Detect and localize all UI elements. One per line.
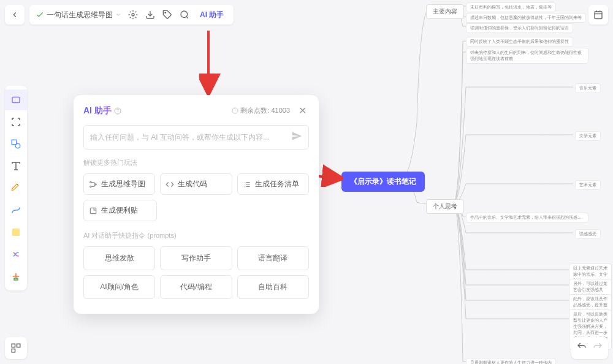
tool-pen[interactable] [5,178,27,199]
tool-mindmap[interactable] [5,244,27,265]
settings-icon[interactable] [128,9,139,20]
mindmap-leaf[interactable]: 钟表的停摆和人的生日的到来，使时间感和生命仍能很性很强烈地呈现在读者前前 [466,48,588,64]
undo-redo-bar [571,337,608,359]
prompt-diverge[interactable]: 思维发散 [83,246,155,270]
svg-point-6 [15,143,20,148]
action-gen-tasks[interactable]: 生成任务清单 [237,173,309,195]
tool-rectangle[interactable] [5,89,27,110]
mindmap-leaf[interactable]: 末日审判的描写，包括洪水，地震，瘟疫等 [466,2,556,12]
prompt-coding[interactable]: 代码/编程 [160,275,232,299]
tool-frame[interactable] [5,112,27,132]
svg-point-14 [90,181,91,183]
left-sidebar [5,86,27,290]
mindmap-category-main[interactable]: 主要内容 [426,4,464,19]
tag-icon[interactable] [162,9,173,20]
svg-rect-9 [12,344,15,347]
layers-button[interactable] [5,337,27,359]
action-gen-mindmap[interactable]: 生成思维导图 [83,173,155,195]
tool-shape[interactable] [5,134,27,154]
redo-button[interactable] [592,341,603,355]
mindmap-leaf[interactable]: 且提则般讲材人更作的人生何力进一种传内 [466,358,556,364]
mindmap-root[interactable]: 《启示录》读书笔记 [341,172,425,192]
svg-rect-7 [12,229,20,236]
prompt-advisor[interactable]: AI顾问/角色 [83,275,155,299]
ai-input-container [83,125,309,150]
mindmap-leaf[interactable]: 文学元素 [575,131,601,141]
ai-assistant-panel: AI 助手 剩余点数: 41003 ✕ 解锁更多热门玩法 生成思维导图 生成代码 [74,95,319,314]
action-gen-sticky[interactable]: 生成便利贴 [83,200,157,221]
search-icon[interactable] [179,9,190,20]
mindmap-leaf[interactable]: 作品中的音乐、文学和艺术元素，给人带来很强烈的强感感受 [466,213,588,222]
close-button[interactable]: ✕ [296,105,309,116]
undo-button[interactable] [576,341,587,355]
back-button[interactable] [5,5,25,25]
mindmap-leaf[interactable]: 艺术元素 [575,180,601,190]
svg-rect-10 [17,344,20,347]
mindmap-leaf[interactable]: 同时反映了人类不顾生态平衡的后果和信仰的重要性 [466,37,573,47]
prompts-label: AI 对话助手快捷指令 (prompts) [83,231,309,240]
red-arrow-down [199,28,224,95]
export-icon[interactable] [145,9,156,20]
ai-assistant-button[interactable]: AI 助手 [196,10,227,20]
mindmap-category-think[interactable]: 个人思考 [426,199,464,214]
send-button[interactable] [291,131,302,144]
ai-input[interactable] [90,133,291,142]
svg-rect-5 [12,140,17,145]
svg-point-1 [165,12,166,13]
tool-more[interactable] [5,266,27,287]
svg-point-2 [181,11,188,18]
hot-plays-label: 解锁更多热门玩法 [83,158,309,167]
svg-rect-3 [595,12,602,19]
mindmap-leaf[interactable]: 强感感受 [575,229,601,239]
svg-rect-17 [90,208,96,213]
prompt-writing[interactable]: 写作助手 [160,246,232,270]
prompt-translate[interactable]: 语言翻译 [237,246,309,270]
svg-point-15 [90,186,91,187]
svg-rect-4 [12,97,20,103]
action-gen-code[interactable]: 生成代码 [160,173,232,195]
svg-rect-11 [12,349,15,352]
mindmap-leaf[interactable]: 强调时信仰的重要性，警示人们要时刻留记得的话语 [466,23,573,33]
calendar-button[interactable] [588,5,608,25]
doc-title[interactable]: 一句话生成思维导图 [36,10,121,20]
prompt-wiki[interactable]: 自助百科 [237,275,309,299]
tool-text[interactable] [5,156,27,176]
points-remaining: 剩余点数: 41003 [232,106,290,115]
tool-sticky[interactable] [5,222,27,243]
title-bar: 一句话生成思维导图 AI 助手 [29,5,234,25]
tool-connector[interactable] [5,200,27,221]
mindmap-leaf[interactable]: 描述末日数期，包括恶魔的被放得赦性，千年王国的到来等 [466,13,586,23]
svg-point-0 [132,13,134,16]
ai-panel-title: AI 助手 [83,105,121,116]
mindmap-leaf[interactable]: 音乐元素 [575,83,601,93]
